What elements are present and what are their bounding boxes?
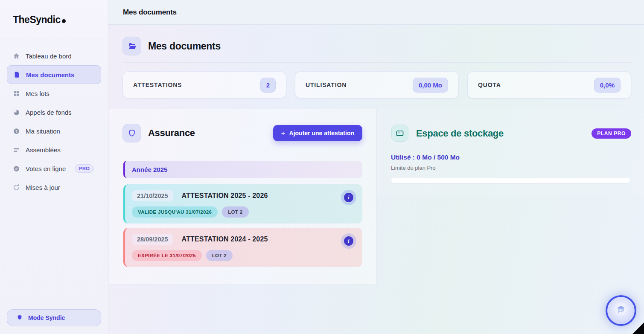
stat-card-utilisation: UTILISATION 0,00 Mo <box>295 71 459 99</box>
sidebar-item-assemblees[interactable]: Assemblées <box>7 140 101 159</box>
status-badge: VALIDE JUSQU'AU 31/07/2026 <box>132 206 218 218</box>
document-icon <box>13 71 20 78</box>
main-content: Mes documents ATTESTATIONS 2 UTILISATION… <box>108 25 644 334</box>
grid-icon <box>13 90 20 97</box>
stat-value-badge: 2 <box>260 78 276 93</box>
attestation-row-badges: VALIDE JUSQU'AU 31/07/2026 LOT 2 <box>132 206 356 218</box>
attestation-row-top: 21/10/2025 ATTESTATION 2025 - 2026 <box>132 190 356 201</box>
header-title: Mes documents <box>123 8 177 17</box>
sidebar-item-appels-de-fonds[interactable]: Appels de fonds <box>7 103 101 122</box>
brand-logo: TheSyndic <box>13 14 66 26</box>
lot-badge: LOT 2 <box>222 206 248 218</box>
svg-text:?: ? <box>15 129 17 133</box>
sidebar-item-label: Votes en ligne <box>26 165 66 172</box>
attestation-title: ATTESTATION 2025 - 2026 <box>182 192 268 200</box>
list-lines-icon <box>13 146 20 154</box>
attestation-title: ATTESTATION 2024 - 2025 <box>182 235 268 243</box>
shield-outline-icon <box>122 124 141 142</box>
lot-badge: LOT 2 <box>206 250 233 261</box>
folder-open-icon <box>122 37 141 55</box>
sidebar-item-label: Tableau de bord <box>26 52 72 60</box>
info-icon: i <box>344 193 353 202</box>
year-label: Année 2025 <box>132 166 167 173</box>
assurance-title: Assurance <box>148 128 195 139</box>
sidebar-item-mes-lots[interactable]: Mes lots <box>7 84 101 103</box>
top-header: Mes documents <box>108 0 644 25</box>
assurance-panel: Assurance + Ajouter une attestation Anné… <box>109 109 377 285</box>
window-corner-decoration <box>632 322 644 334</box>
storage-progress-bar <box>391 177 630 183</box>
pro-badge: PRO <box>75 164 94 173</box>
sidebar-item-mes-documents[interactable]: Mes documents <box>7 65 101 84</box>
shield-filled-icon <box>17 314 23 322</box>
attestation-row-badges: EXPIRÉE LE 31/07/2025 LOT 2 <box>132 250 356 261</box>
storage-limit-text: Limite du plan Pro <box>391 165 436 171</box>
check-circle-icon <box>13 165 20 172</box>
sidebar-item-tableau-de-bord[interactable]: Tableau de bord <box>7 46 101 65</box>
info-button[interactable]: i <box>341 190 356 205</box>
plan-pro-badge: PLAN PRO <box>592 128 631 139</box>
info-icon: i <box>344 236 353 246</box>
attestation-row-top: 28/09/2025 ATTESTATION 2024 - 2025 <box>132 234 356 245</box>
add-attestation-label: Ajouter une attestation <box>289 130 354 137</box>
app-window: TheSyndic Tableau de bord Mes documents … <box>0 0 644 334</box>
refresh-icon <box>13 184 20 191</box>
attestation-date: 21/10/2025 <box>132 190 173 201</box>
plus-icon: + <box>281 130 286 137</box>
question-circle-icon: ? <box>13 128 20 135</box>
home-icon <box>13 52 20 60</box>
year-2025-header: Année 2025 <box>123 161 362 178</box>
pie-chart-icon <box>13 109 20 116</box>
mode-syndic-button[interactable]: Mode Syndic <box>7 309 101 326</box>
sidebar-divider <box>0 40 108 40</box>
storage-title: Espace de stockage <box>416 128 504 139</box>
stat-label: ATTESTATIONS <box>133 81 182 88</box>
stat-card-attestations: ATTESTATIONS 2 <box>122 71 286 99</box>
sidebar-item-label: Mises à jour <box>26 184 60 191</box>
sidebar-item-mises-a-jour[interactable]: Mises à jour <box>7 178 101 197</box>
sidebar-item-ma-situation[interactable]: ? Ma situation <box>7 122 101 140</box>
stat-value-badge: 0,00 Mo <box>413 78 448 93</box>
title-divider <box>122 62 632 63</box>
sidebar-nav: Tableau de bord Mes documents Mes lots A… <box>0 46 108 197</box>
sidebar-item-votes-en-ligne[interactable]: Votes en ligne PRO <box>7 159 101 178</box>
attestation-date: 28/09/2025 <box>132 234 173 245</box>
storage-panel: Espace de stockage PLAN PRO Utilisé : 0 … <box>377 109 644 197</box>
chat-bubble-icon <box>615 304 627 317</box>
attestation-card-valid: 21/10/2025 ATTESTATION 2025 - 2026 i VAL… <box>123 184 362 224</box>
storage-usage-text: Utilisé : 0 Mo / 500 Mo <box>391 154 460 161</box>
sidebar-item-label: Ma situation <box>26 128 60 135</box>
sidebar: TheSyndic Tableau de bord Mes documents … <box>0 0 108 334</box>
add-attestation-button[interactable]: + Ajouter une attestation <box>273 125 362 141</box>
mode-syndic-label: Mode Syndic <box>28 314 65 321</box>
storage-card-icon <box>391 125 408 142</box>
info-button[interactable]: i <box>341 233 356 249</box>
page-title: Mes documents <box>148 41 221 52</box>
status-badge: EXPIRÉE LE 31/07/2025 <box>132 250 202 261</box>
brand-dot-icon <box>62 19 66 23</box>
stat-label: QUOTA <box>478 81 501 88</box>
stat-value-badge: 0,0% <box>594 78 621 93</box>
stat-card-quota: QUOTA 0,0% <box>467 71 631 99</box>
sidebar-item-label: Mes documents <box>26 71 74 78</box>
sidebar-item-label: Mes lots <box>26 90 50 97</box>
sidebar-item-label: Assemblées <box>26 146 61 154</box>
chat-fab-button[interactable] <box>606 295 636 326</box>
stat-label: UTILISATION <box>306 81 347 88</box>
attestation-card-expired: 28/09/2025 ATTESTATION 2024 - 2025 i EXP… <box>123 228 362 267</box>
sidebar-item-label: Appels de fonds <box>26 109 72 116</box>
